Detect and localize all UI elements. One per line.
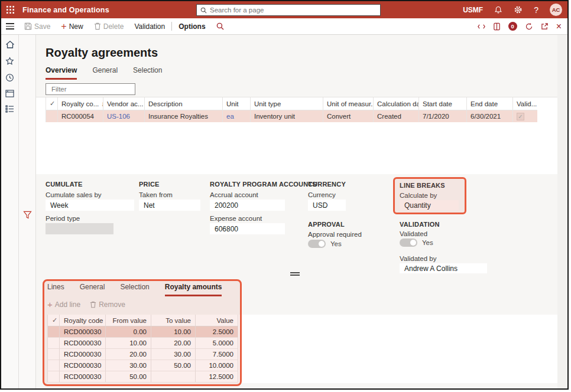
add-line-button[interactable]: + Add line bbox=[47, 300, 80, 309]
cell-royalty-code[interactable]: RCD000030 bbox=[59, 371, 105, 383]
cell-to-value[interactable]: 30.00 bbox=[151, 349, 195, 360]
nav-menu-hamburger-icon[interactable] bbox=[1, 18, 19, 35]
cell-from-value[interactable]: 20.00 bbox=[105, 349, 151, 360]
remove-button[interactable]: Remove bbox=[90, 300, 125, 309]
table-row[interactable]: RCD000030 20.00 30.00 7.5000 bbox=[47, 349, 238, 360]
recent-clock-icon[interactable] bbox=[5, 73, 14, 82]
table-row[interactable]: RCD000030 0.00 10.00 2.5000 bbox=[47, 326, 238, 338]
taken-from-field[interactable]: Net bbox=[139, 200, 200, 211]
side-panel-book-icon[interactable] bbox=[493, 22, 501, 31]
new-button[interactable]: + New bbox=[56, 18, 88, 34]
cell-royalty-code-link[interactable]: RCD000030 bbox=[59, 326, 105, 338]
column-header-vendor-account[interactable]: Vendor ac... bbox=[103, 97, 144, 110]
row-select-checkbox[interactable] bbox=[47, 371, 59, 383]
column-header-unit-type[interactable]: Unit type bbox=[250, 97, 323, 110]
cell-value[interactable]: 5.0000 bbox=[195, 338, 238, 349]
accrual-account-field[interactable]: 200200 bbox=[210, 200, 285, 211]
validation-menu-button[interactable]: Validation bbox=[129, 18, 170, 34]
tab-lines-selection[interactable]: Selection bbox=[120, 283, 149, 296]
settings-gear-icon[interactable] bbox=[514, 5, 523, 14]
cell-to-value[interactable]: 20.00 bbox=[151, 338, 195, 349]
tab-lines-general[interactable]: General bbox=[80, 283, 105, 296]
delete-button[interactable]: Delete bbox=[89, 18, 129, 34]
close-icon[interactable]: × bbox=[556, 22, 562, 31]
validated-by-field-link[interactable]: Andrew A Collins bbox=[400, 263, 487, 273]
select-all-checkbox[interactable]: ✓ bbox=[47, 315, 59, 326]
column-header-royalty-code[interactable]: Royalty code bbox=[59, 315, 105, 326]
global-search-box[interactable] bbox=[196, 4, 381, 16]
modules-window-icon[interactable] bbox=[5, 90, 14, 97]
calculate-by-field[interactable]: Quantity bbox=[400, 200, 459, 210]
column-header-validated[interactable]: Valid... bbox=[512, 97, 537, 110]
cell-description[interactable]: Insurance Royalties bbox=[144, 110, 222, 122]
open-new-window-icon[interactable] bbox=[541, 22, 549, 30]
expense-account-field[interactable]: 606800 bbox=[210, 223, 285, 234]
cumulate-sales-by-field[interactable]: Week bbox=[46, 200, 134, 211]
tab-selection[interactable]: Selection bbox=[133, 66, 162, 80]
cell-royalty-code[interactable]: RCD000030 bbox=[59, 338, 105, 349]
filter-funnel-icon[interactable] bbox=[23, 39, 32, 390]
company-selector[interactable]: USMF bbox=[463, 6, 483, 14]
cell-to-value[interactable]: 50.00 bbox=[151, 360, 195, 371]
row-select-checkbox[interactable] bbox=[47, 326, 59, 338]
column-header-calculation-date[interactable]: Calculation dat... bbox=[373, 97, 418, 110]
attachments-count-badge[interactable]: 0 bbox=[508, 22, 517, 31]
column-header-description[interactable]: Description bbox=[144, 97, 222, 110]
cell-royalty-code[interactable]: RCD000030 bbox=[59, 349, 105, 360]
cell-from-value[interactable]: 0.00 bbox=[105, 326, 151, 338]
favorites-star-icon[interactable] bbox=[5, 57, 14, 66]
select-all-checkbox[interactable]: ✓ bbox=[46, 97, 57, 110]
cell-unit-of-measure[interactable]: Convert bbox=[323, 110, 373, 122]
row-select-checkbox[interactable] bbox=[47, 360, 59, 371]
validated-toggle[interactable] bbox=[400, 239, 417, 247]
cell-value[interactable]: 10.0000 bbox=[195, 360, 238, 371]
tab-general[interactable]: General bbox=[92, 66, 118, 80]
tab-royalty-amounts[interactable]: Royalty amounts bbox=[165, 283, 222, 296]
currency-field-link[interactable]: USD bbox=[308, 200, 346, 211]
save-button[interactable]: Save bbox=[19, 18, 56, 34]
column-header-to-value[interactable]: To value bbox=[151, 315, 195, 326]
cell-royalty-code[interactable]: RCD000030 bbox=[59, 360, 105, 371]
column-header-value[interactable]: Value bbox=[195, 315, 238, 326]
column-header-start-date[interactable]: Start date bbox=[418, 97, 466, 110]
cell-vendor-account-link[interactable]: US-106 bbox=[103, 110, 144, 122]
row-select-checkbox[interactable] bbox=[47, 338, 59, 349]
cell-value[interactable]: 12.5000 bbox=[195, 371, 238, 383]
cell-from-value[interactable]: 50.00 bbox=[105, 371, 151, 383]
column-header-from-value[interactable]: From value bbox=[105, 315, 151, 326]
refresh-icon[interactable] bbox=[525, 22, 533, 31]
table-row[interactable]: RC000054 US-106 Insurance Royalties ea I… bbox=[46, 110, 537, 122]
grid-filter-box[interactable] bbox=[46, 83, 135, 95]
cell-unit-type[interactable]: Inventory unit bbox=[250, 110, 323, 122]
notifications-bell-icon[interactable] bbox=[494, 5, 502, 14]
column-header-unit[interactable]: Unit bbox=[222, 97, 250, 110]
cell-to-value[interactable] bbox=[151, 371, 195, 383]
column-header-end-date[interactable]: End date bbox=[466, 97, 512, 110]
column-header-unit-of-measure[interactable]: Unit of measur... bbox=[323, 97, 373, 110]
cell-value[interactable]: 2.5000 bbox=[195, 326, 238, 338]
cell-from-value[interactable]: 10.00 bbox=[105, 338, 151, 349]
table-row[interactable]: RCD000030 50.00 12.5000 bbox=[47, 371, 238, 383]
cell-validated-checkbox[interactable]: ✓ bbox=[512, 110, 537, 122]
tab-lines[interactable]: Lines bbox=[47, 283, 64, 296]
grid-filter-input[interactable] bbox=[51, 86, 142, 93]
home-icon[interactable] bbox=[5, 40, 15, 49]
row-select-checkbox[interactable] bbox=[47, 349, 59, 360]
double-diamond-icon[interactable] bbox=[478, 24, 485, 30]
row-select-checkbox[interactable] bbox=[46, 110, 57, 122]
help-icon[interactable]: ? bbox=[534, 5, 538, 15]
actionbar-search-icon[interactable] bbox=[211, 18, 229, 34]
cell-start-date[interactable]: 7/1/2020 bbox=[418, 110, 466, 122]
global-search-input[interactable] bbox=[210, 6, 377, 14]
cell-unit-link[interactable]: ea bbox=[222, 110, 250, 122]
pane-splitter-handle[interactable] bbox=[290, 272, 300, 277]
table-row[interactable]: RCD000030 30.00 50.00 10.0000 bbox=[47, 360, 238, 371]
approval-required-toggle[interactable] bbox=[308, 240, 326, 248]
tab-overview[interactable]: Overview bbox=[46, 66, 77, 80]
cell-from-value[interactable]: 30.00 bbox=[105, 360, 151, 371]
table-row[interactable]: RCD000030 10.00 20.00 5.0000 bbox=[47, 338, 238, 349]
cell-calculation-date[interactable]: Created bbox=[373, 110, 418, 122]
cell-value[interactable]: 7.5000 bbox=[195, 349, 238, 360]
app-launcher-icon[interactable] bbox=[1, 1, 19, 18]
user-avatar[interactable]: AC bbox=[550, 4, 562, 16]
